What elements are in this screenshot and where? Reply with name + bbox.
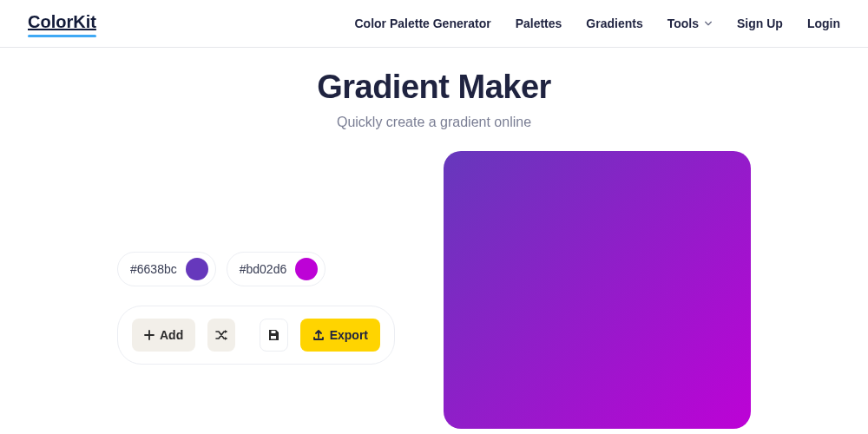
nav-sign-up[interactable]: Sign Up [737, 16, 783, 30]
color-stops-row: #6638bc #bd02d6 [117, 252, 326, 286]
save-button[interactable] [260, 319, 287, 352]
add-button-label: Add [160, 328, 183, 342]
color-stop-1-hex: #6638bc [130, 262, 177, 276]
primary-nav: Color Palette Generator Palettes Gradien… [354, 16, 840, 30]
controls-column: #6638bc #bd02d6 Add [117, 151, 395, 365]
shuffle-icon [214, 328, 228, 342]
main-content: Gradient Maker Quickly create a gradient… [0, 48, 868, 429]
workspace: #6638bc #bd02d6 Add [0, 151, 868, 429]
color-swatch-2[interactable] [295, 258, 318, 280]
export-button[interactable]: Export [300, 319, 380, 352]
svg-rect-0 [271, 336, 276, 339]
add-button[interactable]: Add [132, 319, 195, 352]
nav-tools[interactable]: Tools [667, 16, 713, 30]
nav-gradients[interactable]: Gradients [586, 16, 642, 30]
color-swatch-1[interactable] [186, 258, 208, 280]
plus-icon [144, 330, 155, 340]
brand-name: ColorKit [28, 12, 96, 31]
brand-logo[interactable]: ColorKit [28, 12, 96, 36]
save-icon [266, 328, 280, 342]
page-title: Gradient Maker [0, 69, 868, 106]
export-icon [312, 329, 325, 341]
nav-color-palette-generator[interactable]: Color Palette Generator [354, 16, 490, 30]
brand-underline [28, 35, 96, 37]
color-stop-1[interactable]: #6638bc [117, 252, 216, 286]
shuffle-button[interactable] [207, 319, 235, 352]
color-stop-2[interactable]: #bd02d6 [227, 252, 326, 286]
nav-palettes[interactable]: Palettes [516, 16, 562, 30]
color-stop-2-hex: #bd02d6 [240, 262, 287, 276]
app-header: ColorKit Color Palette Generator Palette… [0, 0, 868, 48]
chevron-down-icon [704, 19, 713, 28]
export-button-label: Export [330, 328, 368, 342]
page-subtitle: Quickly create a gradient online [0, 115, 868, 130]
gradient-preview [444, 151, 751, 429]
nav-login[interactable]: Login [807, 16, 840, 30]
svg-rect-1 [272, 331, 276, 333]
action-toolbar: Add [117, 306, 395, 365]
